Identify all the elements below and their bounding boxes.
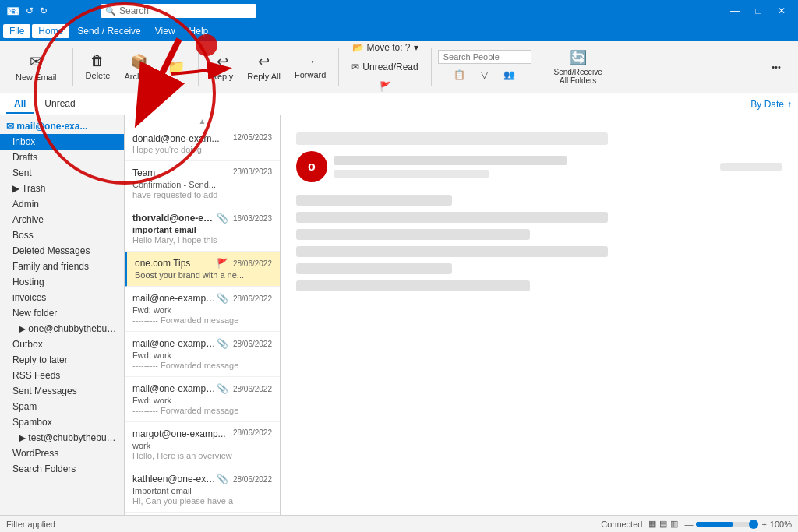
sidebar-item-rss[interactable]: RSS Feeds (0, 368, 124, 383)
email-date: 28/06/2022 (233, 475, 272, 484)
sidebar-item-deleted[interactable]: Deleted Messages (0, 243, 124, 259)
reading-line (296, 246, 608, 257)
forward-button[interactable]: → Forward (288, 51, 332, 83)
zoom-out-button[interactable]: — (684, 520, 693, 529)
sidebar-item-admin[interactable]: Admin (0, 196, 124, 212)
search-icon: 🔍 (105, 6, 116, 16)
sidebar-item-invoices[interactable]: invoices (0, 290, 124, 305)
move-to-button[interactable]: 📂 Move to: ? ▾ (346, 39, 425, 56)
archive-button[interactable]: 📦 Archive (118, 50, 159, 84)
email-item[interactable]: thorvald@one-exam... 📎 16/03/2023 import… (125, 206, 280, 252)
people-button[interactable]: 👥 (497, 66, 521, 83)
sidebar-item-spambox[interactable]: Spambox (0, 414, 124, 430)
sidebar-item-boss[interactable]: Boss (0, 227, 124, 243)
quick-access-redo[interactable]: ↻ (40, 5, 48, 16)
search-people-input[interactable] (438, 50, 531, 64)
sidebar-item-inbox[interactable]: Inbox (0, 134, 124, 150)
filter-tab-unread[interactable]: Unread (37, 95, 83, 114)
email-sender-name: mail@one-example.... (132, 383, 217, 394)
status-bar: Filter applied Connected ▦ ▤ ▥ — + 100% (0, 515, 798, 532)
email-preview: --------- Forwarded message (132, 406, 272, 415)
sidebar-item-search-folders[interactable]: Search Folders (0, 461, 124, 477)
email-preview: --------- Forwarded message (132, 315, 272, 325)
filter-by-date[interactable]: By Date ↑ (750, 99, 792, 110)
new-email-button[interactable]: ✉ New Email (6, 49, 66, 85)
menu-help[interactable]: Help (183, 24, 215, 38)
menu-file[interactable]: File (3, 24, 30, 38)
move-icon: 📁 (168, 58, 185, 76)
sidebar-item-archive[interactable]: Archive (0, 212, 124, 227)
view-mode-icon-2[interactable]: ▤ (659, 519, 667, 529)
ribbon-people-group: 📋 ▽ 👥 (438, 50, 531, 83)
sidebar-item-drafts[interactable]: Drafts (0, 150, 124, 165)
reading-body (296, 195, 782, 291)
flag-icon: 🚩 (380, 81, 391, 92)
sidebar-item-sent-messages[interactable]: Sent Messages (0, 383, 124, 399)
sidebar-item-hosting[interactable]: Hosting (0, 274, 124, 290)
sidebar-item-outbox[interactable]: Outbox (0, 336, 124, 352)
more-button[interactable]: ••• (761, 59, 792, 75)
sidebar-item-test[interactable]: ▶ test@chubbythebunny_one (0, 430, 124, 446)
email-item[interactable]: donald@one-exam... 12/05/2023 Hope you'r… (125, 127, 280, 161)
reading-date-blurred (720, 163, 782, 171)
email-item[interactable]: margot@one-examp... 28/06/2022 work Hell… (125, 422, 280, 467)
sidebar-item-new-folder[interactable]: New folder (0, 305, 124, 321)
menu-home[interactable]: Home (32, 24, 69, 38)
sidebar-item-wordpress[interactable]: WordPress (0, 446, 124, 461)
sidebar-item-chubby[interactable]: ▶ one@chubbythebunny_one (0, 321, 124, 336)
maximize-button[interactable]: □ (748, 3, 768, 19)
send-receive-all-button[interactable]: 🔄 Send/Receive All Folders (545, 46, 612, 88)
filter-tab-all[interactable]: All (6, 95, 34, 114)
sidebar: ✉ mail@one-exa... Inbox Drafts Sent ▶ Tr… (0, 115, 125, 515)
connection-status: Connected (601, 520, 642, 529)
quick-access-undo[interactable]: ↺ (26, 5, 34, 16)
email-sender-name: donald@one-exam... (132, 133, 230, 144)
sidebar-item-trash[interactable]: ▶ Trash (0, 181, 124, 196)
envelope-icon: ✉ (351, 62, 359, 72)
filter-bar: All Unread By Date ↑ (0, 93, 798, 115)
view-mode-icon-1[interactable]: ▦ (648, 519, 656, 529)
sidebar-item-reply-later[interactable]: Reply to later (0, 352, 124, 368)
email-item[interactable]: WordPress 16/06/2022 [qacph2.1prod.one] … (125, 513, 280, 515)
move-button[interactable]: 📁 (161, 55, 192, 79)
address-book-button[interactable]: 📋 (447, 66, 471, 83)
email-item[interactable]: Team 23/03/2023 Confirmation - Send... h… (125, 161, 280, 206)
ribbon-divider-2 (198, 48, 199, 86)
filter-button[interactable]: ▽ (475, 66, 494, 83)
email-list: ▲ donald@one-exam... 12/05/2023 Hope you… (125, 115, 281, 515)
minimize-button[interactable]: — (725, 3, 745, 19)
menu-send-receive[interactable]: Send / Receive (71, 24, 147, 38)
sidebar-item-family[interactable]: Family and friends (0, 259, 124, 274)
email-item[interactable]: one.com Tips 🚩 28/06/2022 Boost your bra… (125, 252, 280, 287)
unread-button[interactable]: ✉ Unread/Read (345, 58, 424, 76)
flag-button[interactable]: 🚩 (373, 78, 397, 95)
email-item[interactable]: mail@one-example.... 📎 28/06/2022 Fwd: w… (125, 287, 280, 332)
more-icon: ••• (772, 62, 781, 72)
email-sender-name: one.com Tips (135, 258, 217, 269)
ribbon-divider-3 (338, 48, 339, 86)
view-mode-icon-3[interactable]: ▥ (670, 519, 678, 529)
email-item[interactable]: mail@one-example.... 📎 28/06/2022 Fwd: w… (125, 377, 280, 422)
reply-button[interactable]: ↩ Reply (205, 50, 239, 84)
zoom-in-button[interactable]: + (761, 520, 766, 529)
email-preview: Hello, Here is an overview (132, 451, 272, 460)
ribbon-divider-5 (538, 48, 538, 86)
sidebar-item-spam[interactable]: Spam (0, 399, 124, 414)
reading-meta: o (296, 151, 782, 182)
close-button[interactable]: ✕ (772, 3, 792, 19)
sidebar-item-sent[interactable]: Sent (0, 165, 124, 181)
email-item[interactable]: kathleen@one-exam... 📎 28/06/2022 Import… (125, 467, 280, 513)
email-preview: Hello Mary, I hope this (132, 235, 272, 245)
title-bar-controls: — □ ✕ (725, 3, 792, 19)
menu-view[interactable]: View (149, 24, 182, 38)
email-sender-name: margot@one-examp... (132, 428, 230, 439)
avatar: o (296, 151, 327, 182)
delete-button[interactable]: 🗑 Delete (79, 50, 117, 83)
search-input[interactable] (119, 5, 236, 16)
email-item[interactable]: mail@one-example.... 📎 28/06/2022 Fwd: w… (125, 332, 280, 377)
sort-arrow-icon: ↑ (787, 99, 792, 110)
reply-all-button[interactable]: ↩ Reply All (241, 50, 287, 84)
scroll-up-icon[interactable]: ▲ (199, 117, 207, 125)
filter-icon: ▽ (481, 69, 488, 80)
menu-bar: File Home Send / Receive View Help (0, 22, 798, 41)
